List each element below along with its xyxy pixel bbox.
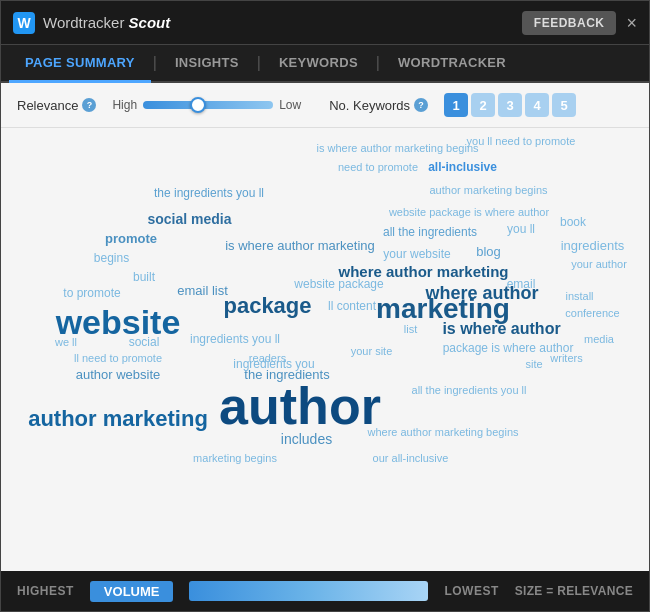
num-btn-1[interactable]: 1	[444, 93, 468, 117]
lowest-label: LOWEST	[444, 584, 498, 598]
word-47: author marketing	[28, 406, 208, 432]
keywords-label: No. Keywords ?	[329, 98, 428, 113]
tab-separator-2: |	[255, 54, 263, 72]
word-9: you ll	[507, 222, 535, 236]
num-btn-2[interactable]: 2	[471, 93, 495, 117]
header: W Wordtracker Scout FEEDBACK ×	[1, 1, 649, 45]
word-50: marketing begins	[193, 452, 277, 464]
word-45: author	[219, 376, 381, 436]
word-31: we ll	[55, 336, 77, 348]
relevance-label: Relevance ?	[17, 98, 96, 113]
feedback-button[interactable]: FEEDBACK	[522, 11, 617, 35]
tab-keywords[interactable]: KEYWORDS	[263, 45, 374, 83]
tab-separator-1: |	[151, 54, 159, 72]
word-11: promote	[105, 231, 157, 246]
slider-thumb	[190, 97, 206, 113]
word-52: ingredients you	[233, 357, 314, 371]
app-title: Wordtracker Scout	[43, 14, 170, 31]
word-34: list	[404, 323, 417, 335]
highest-label: HIGHEST	[17, 584, 74, 598]
word-43: site	[525, 358, 542, 370]
word-38: your site	[351, 345, 393, 357]
num-btn-4[interactable]: 4	[525, 93, 549, 117]
low-label: Low	[279, 98, 301, 112]
word-22: to promote	[63, 286, 120, 300]
word-13: your website	[383, 247, 450, 261]
high-label: High	[112, 98, 137, 112]
word-16: begins	[94, 251, 129, 265]
word-44: writers	[550, 352, 582, 364]
word-51: our all-inclusive	[373, 452, 449, 464]
word-8: all the ingredients	[383, 225, 477, 239]
relevance-help-icon[interactable]: ?	[82, 98, 96, 112]
size-label: SIZE = RELEVANCE	[515, 584, 633, 598]
volume-button[interactable]: VOLUME	[90, 581, 174, 602]
word-49: where author marketing begins	[367, 426, 518, 438]
word-23: email list	[177, 282, 228, 297]
word-0: is where author marketing begins	[316, 142, 478, 154]
controls-bar: Relevance ? High Low No. Keywords ? 1 2 …	[1, 83, 649, 128]
app-container: W Wordtracker Scout FEEDBACK × PAGE SUMM…	[0, 0, 650, 612]
bottom-bar: HIGHEST VOLUME LOWEST SIZE = RELEVANCE	[1, 571, 649, 611]
keywords-help-icon[interactable]: ?	[414, 98, 428, 112]
word-19: built	[133, 270, 155, 284]
close-button[interactable]: ×	[626, 14, 637, 32]
word-14: blog	[476, 244, 501, 259]
volume-bar	[189, 581, 428, 601]
word-15: ingredients	[561, 237, 625, 252]
word-25: package	[223, 293, 311, 319]
tab-separator-3: |	[374, 54, 382, 72]
word-10: book	[560, 215, 586, 229]
word-6: website package is where author	[389, 206, 549, 218]
word-27: ll content	[328, 299, 376, 313]
word-46: all the ingredients you ll	[412, 384, 527, 396]
num-btn-5[interactable]: 5	[552, 93, 576, 117]
logo-w-icon: W	[13, 12, 35, 34]
header-right: FEEDBACK ×	[522, 11, 637, 35]
tab-insights[interactable]: INSIGHTS	[159, 45, 255, 83]
word-40: media	[584, 333, 614, 345]
word-36: ll need to promote	[74, 352, 162, 364]
tab-wordtracker[interactable]: WORDTRACKER	[382, 45, 522, 83]
slider-container: High Low	[112, 98, 301, 112]
logo-area: W Wordtracker Scout	[13, 12, 170, 34]
nav-tabs: PAGE SUMMARY | INSIGHTS | KEYWORDS | WOR…	[1, 45, 649, 83]
num-btn-3[interactable]: 3	[498, 93, 522, 117]
word-48: includes	[281, 431, 332, 447]
word-2: need to promote	[338, 161, 418, 173]
word-32: social	[129, 335, 160, 349]
word-41: author website	[76, 367, 161, 382]
word-33: ingredients you ll	[190, 332, 280, 346]
word-cloud-area: is where author marketing beginsyou ll n…	[1, 128, 649, 571]
word-35: is where author	[442, 320, 560, 338]
word-29: conference	[565, 307, 619, 319]
word-3: all-inclusive	[428, 160, 497, 174]
word-20: website package	[294, 277, 383, 291]
relevance-slider[interactable]	[143, 101, 273, 109]
word-7: social media	[147, 211, 231, 227]
word-12: is where author marketing	[225, 237, 375, 252]
num-buttons: 1 2 3 4 5	[444, 93, 576, 117]
word-4: author marketing begins	[429, 184, 547, 196]
word-18: your author	[571, 258, 627, 270]
word-26: install	[565, 290, 593, 302]
word-1: you ll need to promote	[467, 135, 576, 147]
tab-page-summary[interactable]: PAGE SUMMARY	[9, 45, 151, 83]
word-5: the ingredients you ll	[154, 186, 264, 200]
